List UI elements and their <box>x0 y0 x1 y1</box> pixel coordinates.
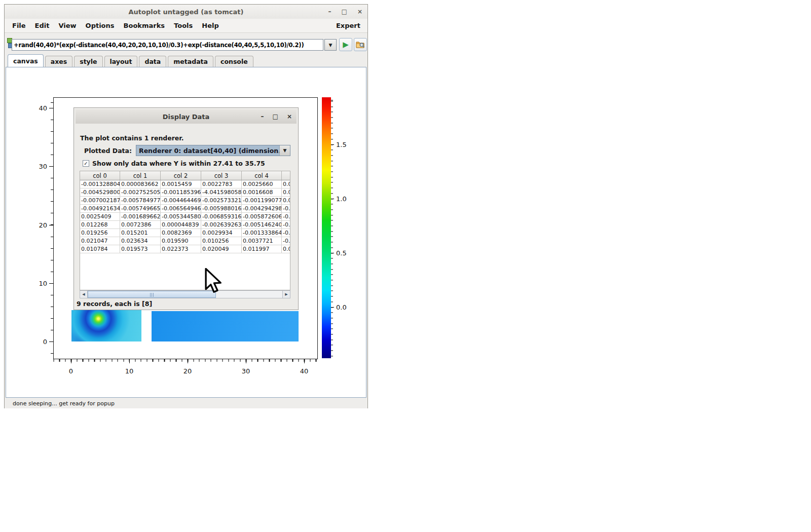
tab-metadata[interactable]: metadata <box>168 56 213 67</box>
table-row[interactable]: 0.0192560.0152010.00823690.0029934-0.001… <box>80 229 290 237</box>
uri-input[interactable] <box>12 39 323 51</box>
dialog-minimize-icon[interactable]: – <box>261 113 264 120</box>
table-row[interactable]: -0.007002187...-0.005784977...-0.0044644… <box>80 197 290 205</box>
tab-canvas[interactable]: canvas <box>8 54 44 67</box>
maximize-icon[interactable]: □ <box>342 8 347 15</box>
menu-tools[interactable]: Tools <box>169 22 197 29</box>
uri-dropdown-button[interactable]: ▼ <box>324 39 337 51</box>
table-row[interactable]: -0.001328804...0.0000836620.00154590.002… <box>80 180 290 188</box>
colorbar <box>322 97 331 358</box>
tab-console[interactable]: console <box>215 56 253 67</box>
menu-bar: FileEditViewOptionsBookmarksToolsHelp Ex… <box>5 19 367 33</box>
major-tick <box>71 359 71 363</box>
tab-axes[interactable]: axes <box>45 56 72 67</box>
major-tick <box>188 359 188 363</box>
table-cell: -0.001199077... <box>242 197 282 205</box>
table-cell: 0.0025409 <box>80 213 120 221</box>
major-tick <box>49 341 53 342</box>
major-tick <box>331 199 334 199</box>
table-cell: 0.00 <box>282 197 291 205</box>
menu-view[interactable]: View <box>54 22 81 29</box>
tab-style[interactable]: style <box>74 56 102 67</box>
display-data-dialog: Display Data – □ × The plot contains 1 r… <box>73 107 299 310</box>
window-title: Autoplot untagged (as tomcat) <box>5 5 367 19</box>
dialog-maximize-icon[interactable]: □ <box>273 113 278 120</box>
table-cell: -0.0 <box>282 237 291 245</box>
window-titlebar: Autoplot untagged (as tomcat) – □ × <box>5 5 367 19</box>
table-row[interactable]: -0.004529800...-0.002752505...-0.0011853… <box>80 188 290 197</box>
major-tick <box>246 359 246 363</box>
chevron-down-icon: ▼ <box>329 43 333 48</box>
records-summary: 9 records, each is [8] <box>77 300 152 308</box>
menu-items: FileEditViewOptionsBookmarksToolsHelp <box>8 22 224 29</box>
table-cell: -0.001333864... <box>242 229 282 237</box>
inspect-uri-button[interactable] <box>354 38 367 51</box>
menu-options[interactable]: Options <box>81 22 119 29</box>
plot-canvas[interactable]: 4030201000102030401.51.00.50.0 Display D… <box>6 67 366 398</box>
table-row[interactable]: 0.0210470.0236340.0195900.0102560.003772… <box>80 237 290 245</box>
expert-menu[interactable]: Expert <box>336 22 364 29</box>
menu-edit[interactable]: Edit <box>30 22 54 29</box>
table-cell: 0.000044839 <box>161 221 201 229</box>
table-cell: -0.0 <box>282 221 291 229</box>
table-cell: 0.020049 <box>201 245 242 253</box>
column-header[interactable]: col 1 <box>120 171 161 180</box>
table-row[interactable]: 0.0122680.00723860.000044839-0.002639263… <box>80 221 290 229</box>
table-cell: -0.0 <box>282 205 291 213</box>
tab-layout[interactable]: layout <box>104 56 138 67</box>
table-cell: -0.007002187... <box>80 197 120 205</box>
play-icon: ▶ <box>343 41 349 49</box>
table-cell: -0.002752505... <box>120 188 161 197</box>
horizontal-scrollbar[interactable]: ◀ ▶ <box>80 290 290 298</box>
minimize-icon[interactable]: – <box>328 8 331 15</box>
data-table-wrap[interactable]: col 0col 1col 2col 3col 4 -0.001328804..… <box>80 171 290 290</box>
autoplot-window: Autoplot untagged (as tomcat) – □ × File… <box>4 4 368 408</box>
close-icon[interactable]: × <box>357 8 362 15</box>
table-cell: -0.005784977... <box>120 197 161 205</box>
table-row[interactable]: 0.0107840.0195730.0223730.0200490.011997… <box>80 245 290 253</box>
tab-data[interactable]: data <box>139 56 166 67</box>
table-cell: -0.004529800... <box>80 188 120 197</box>
table-cell: -0.005872606... <box>242 213 282 221</box>
plotted-data-label: Plotted Data: <box>84 145 132 156</box>
scroll-left-button[interactable]: ◀ <box>80 291 88 298</box>
column-header[interactable]: col 2 <box>161 171 201 180</box>
table-cell: -0.001328804... <box>80 180 120 188</box>
x-tick-label: 30 <box>242 367 250 375</box>
table-cell: 0.011997 <box>242 245 282 253</box>
table-cell: 0.012268 <box>80 221 120 229</box>
plotted-data-value: Renderer 0: dataset[40,40] (dimension... <box>136 147 279 155</box>
filter-checkbox[interactable]: ✓ <box>83 160 89 167</box>
combo-chevron-down-icon[interactable]: ▼ <box>279 145 290 156</box>
colorbar-tick-label: 1.5 <box>336 141 347 148</box>
column-header[interactable] <box>282 171 291 180</box>
menu-file[interactable]: File <box>8 22 30 29</box>
table-row[interactable]: 0.0025409-0.001689662...-0.005344580...-… <box>80 213 290 221</box>
dialog-close-icon[interactable]: × <box>287 113 292 120</box>
column-header[interactable]: col 4 <box>242 171 282 180</box>
table-cell: 0.0072386 <box>120 221 161 229</box>
table-cell: -0.005988016... <box>201 205 242 213</box>
x-tick-label: 0 <box>69 367 73 375</box>
address-toolbar: ▼ ▶ <box>5 33 367 54</box>
table-cell: 0.019256 <box>80 229 120 237</box>
status-text: done sleeping... get ready for popup <box>13 400 115 407</box>
menu-bookmarks[interactable]: Bookmarks <box>119 22 170 29</box>
spectrogram-patch-left <box>71 310 141 341</box>
table-cell: -0.004921634... <box>80 205 120 213</box>
table-cell: 0.019590 <box>161 237 201 245</box>
plotted-data-combobox[interactable]: Renderer 0: dataset[40,40] (dimension...… <box>136 145 290 156</box>
scrollbar-thumb[interactable] <box>88 291 216 298</box>
table-cell: 0.000083662 <box>120 180 161 188</box>
go-button[interactable]: ▶ <box>339 38 352 51</box>
arrow-left-icon: ◀ <box>82 292 85 296</box>
colorbar-tick-label: 1.0 <box>336 195 347 203</box>
menu-help[interactable]: Help <box>197 22 223 29</box>
column-header[interactable]: col 0 <box>80 171 120 180</box>
scroll-right-button[interactable]: ▶ <box>282 291 290 298</box>
table-cell: 0.010256 <box>201 237 242 245</box>
table-cell: 0.0016608 <box>242 188 282 197</box>
column-header[interactable]: col 3 <box>201 171 242 180</box>
y-tick-label: 0 <box>43 338 47 346</box>
table-row[interactable]: -0.004921634...-0.005749665...-0.0065649… <box>80 205 290 213</box>
